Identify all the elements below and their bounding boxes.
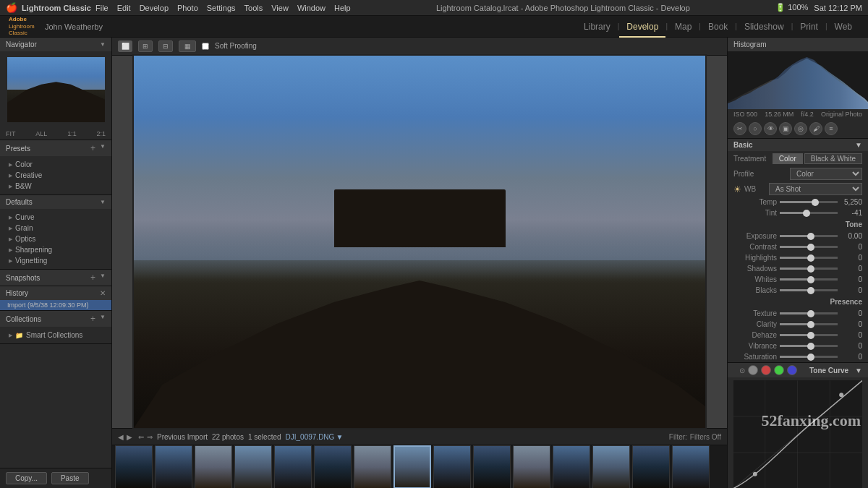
basic-header[interactable]: Basic ▼ — [728, 139, 868, 151]
filmstrip-arrows-left[interactable]: ⇐ — [138, 433, 144, 441]
smart-collections-item[interactable]: ▶ 📁 Smart Collections — [0, 330, 111, 341]
toolbar-grid-btn[interactable]: ⊞ — [138, 40, 153, 52]
whites-slider[interactable] — [780, 278, 838, 281]
module-develop[interactable]: Develop — [619, 16, 665, 38]
curve-red-btn[interactable] — [761, 365, 771, 375]
toolbar-compare-btn[interactable]: ⊟ — [158, 40, 173, 52]
preset-color[interactable]: Color — [0, 159, 111, 170]
menu-settings[interactable]: Settings — [207, 4, 236, 12]
snapshots-add-icon[interactable]: + — [90, 273, 95, 283]
preset-creative[interactable]: Creative — [0, 170, 111, 181]
bw-btn[interactable]: Black & White — [804, 153, 862, 164]
film-thumb-9[interactable] — [433, 445, 471, 488]
default-grain[interactable]: Grain — [0, 223, 111, 234]
history-item[interactable]: Import (9/5/38 12:09:30 PM) — [0, 300, 111, 310]
film-thumb-4[interactable] — [234, 445, 272, 488]
menu-tools[interactable]: Tools — [244, 4, 263, 12]
dehaze-slider[interactable] — [780, 334, 838, 336]
menu-view[interactable]: View — [271, 4, 289, 12]
default-optics[interactable]: Optics — [0, 234, 111, 244]
menu-photo[interactable]: Photo — [177, 4, 198, 12]
film-thumb-14[interactable] — [632, 445, 670, 488]
snapshots-header[interactable]: Snapshots + ▼ — [0, 270, 111, 286]
temp-slider[interactable] — [780, 201, 838, 203]
default-vignetting[interactable]: Vignetting — [0, 255, 111, 266]
menu-help[interactable]: Help — [334, 4, 351, 12]
film-thumb-3[interactable] — [195, 445, 232, 488]
default-curve[interactable]: Curve — [0, 212, 111, 223]
shadows-slider[interactable] — [780, 267, 838, 270]
film-thumb-7[interactable] — [354, 445, 391, 488]
tone-curve-adjust-icon[interactable]: ⊙ — [739, 367, 745, 374]
soft-proofing-checkbox[interactable] — [202, 43, 209, 50]
apple-menu[interactable]: 🍎 — [6, 2, 17, 13]
collections-header[interactable]: Collections + ▼ — [0, 311, 111, 327]
photo-view[interactable] — [112, 56, 727, 428]
toolbar-crop-btn[interactable]: ⬜ — [118, 40, 132, 52]
previous-import-label[interactable]: Previous Import — [157, 433, 208, 441]
menu-file[interactable]: File — [95, 4, 109, 12]
film-thumb-13[interactable] — [592, 445, 630, 488]
profile-select[interactable]: Color — [790, 168, 862, 180]
copy-button[interactable]: Copy... — [6, 472, 47, 484]
crop-tool[interactable]: ✂ — [733, 122, 746, 135]
blacks-slider[interactable] — [780, 289, 838, 291]
highlights-slider[interactable] — [780, 257, 838, 259]
preset-bw[interactable]: B&W — [0, 181, 111, 192]
filmstrip-next-btn[interactable]: ▶ — [127, 433, 132, 441]
filmstrip-prev-btn[interactable]: ◀ — [118, 433, 124, 441]
navigator-thumbnail[interactable] — [7, 57, 105, 122]
film-thumb-8[interactable] — [393, 445, 431, 488]
color-btn[interactable]: Color — [773, 153, 803, 164]
menu-develop[interactable]: Develop — [140, 4, 169, 12]
film-thumb-5[interactable] — [274, 445, 312, 488]
curve-blue-btn[interactable] — [787, 365, 797, 375]
filename-display[interactable]: DJI_0097.DNG ▼ — [286, 433, 344, 441]
clarity-slider[interactable] — [780, 323, 838, 325]
tone-curve-header[interactable]: ⊙ Tone Curve ▼ — [728, 363, 868, 377]
wb-select[interactable]: As Shot — [769, 183, 862, 195]
filter-off[interactable]: Filters Off — [690, 433, 721, 441]
presets-header[interactable]: Presets + ▼ — [0, 140, 111, 156]
spot-tool[interactable]: ○ — [749, 122, 762, 135]
texture-slider[interactable] — [780, 312, 838, 314]
history-close-icon[interactable]: ✕ — [100, 289, 106, 297]
menu-edit[interactable]: Edit — [117, 4, 131, 12]
contrast-slider[interactable] — [780, 246, 838, 248]
toolbar-survey-btn[interactable]: ▦ — [179, 40, 196, 52]
zoom-fill[interactable]: ALL — [35, 130, 47, 137]
film-thumb-6[interactable] — [314, 445, 352, 488]
module-map[interactable]: Map — [668, 16, 699, 38]
saturation-slider[interactable] — [780, 356, 838, 358]
zoom-fit[interactable]: FIT — [6, 130, 16, 137]
mask-grad-tool[interactable]: ▣ — [779, 122, 792, 135]
curve-rgb-btn[interactable] — [748, 365, 758, 375]
navigator-header[interactable]: Navigator ▼ — [0, 38, 111, 51]
vibrance-slider[interactable] — [780, 345, 838, 347]
presets-add-icon[interactable]: + — [90, 143, 95, 153]
tint-slider[interactable] — [780, 212, 838, 214]
film-thumb-11[interactable] — [513, 445, 550, 488]
exposure-slider[interactable] — [780, 235, 838, 237]
defaults-header[interactable]: Defaults ▼ — [0, 195, 111, 209]
film-thumb-12[interactable] — [553, 445, 590, 488]
film-thumb-1[interactable] — [115, 445, 153, 488]
mask-radial-tool[interactable]: ◎ — [794, 122, 807, 135]
module-library[interactable]: Library — [576, 16, 618, 38]
history-header[interactable]: History ✕ — [0, 286, 111, 300]
default-sharpening[interactable]: Sharpening — [0, 244, 111, 255]
collections-add-icon[interactable]: + — [90, 314, 95, 324]
range-mask-tool[interactable]: ≡ — [825, 122, 838, 135]
menu-window[interactable]: Window — [297, 4, 326, 12]
filmstrip-arrows-right[interactable]: ⇒ — [147, 433, 153, 441]
redeye-tool[interactable]: 👁 — [764, 122, 777, 135]
filmstrip[interactable] — [112, 445, 727, 488]
film-thumb-15[interactable] — [672, 445, 710, 488]
zoom-2-1[interactable]: 2:1 — [96, 130, 106, 137]
curve-green-btn[interactable] — [774, 365, 784, 375]
zoom-1-1[interactable]: 1:1 — [67, 130, 77, 137]
tone-curve-graph[interactable] — [733, 380, 862, 488]
module-slideshow[interactable]: Slideshow — [737, 16, 791, 38]
module-web[interactable]: Web — [827, 16, 859, 38]
paste-button[interactable]: Paste — [51, 472, 89, 484]
